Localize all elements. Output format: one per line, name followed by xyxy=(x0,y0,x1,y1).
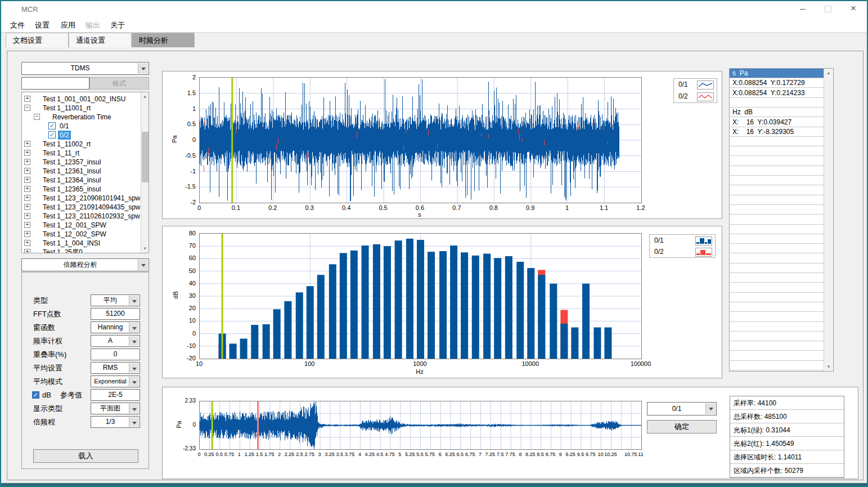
tree-item-label[interactable]: Test 1_12357_insul xyxy=(41,158,102,167)
window-bottom-border xyxy=(1,483,867,487)
tree-item-label[interactable]: Test 1_11_rt xyxy=(41,149,81,158)
tree-row[interactable]: +Test 1_123_210914094435_spw xyxy=(23,203,140,212)
readout-row xyxy=(730,234,824,244)
scroll-up-icon[interactable]: ▲ xyxy=(141,92,149,101)
expand-plus-icon[interactable]: + xyxy=(24,213,30,219)
menu-item-2[interactable]: 设置 xyxy=(32,20,53,31)
tree-item-label[interactable]: Test 1_12361_insul xyxy=(41,167,102,176)
field-select-10[interactable]: 1/3 xyxy=(91,416,140,428)
field-select-3[interactable]: Hanning xyxy=(91,321,140,333)
tree-item-label[interactable]: Test 1_12365_insul xyxy=(41,185,102,194)
overview-plot[interactable] xyxy=(199,401,642,450)
close-button[interactable]: × xyxy=(844,1,863,17)
expand-plus-icon[interactable]: + xyxy=(24,168,30,174)
field-select-9[interactable]: 平面图 xyxy=(91,403,140,414)
tree-row[interactable]: +Test 1_123_211026102932_spw xyxy=(23,212,140,221)
tree-row[interactable]: +Test 1_12364_insul xyxy=(23,176,140,185)
expand-plus-icon[interactable]: + xyxy=(24,159,30,165)
reference-value-input[interactable]: 2E-5 xyxy=(91,389,140,401)
field-input-2[interactable]: 51200 xyxy=(91,308,140,320)
readout-row: X: 16 Y:-8.329305 xyxy=(730,127,824,137)
tree-scrollbar[interactable]: ▲ ▼ xyxy=(141,92,149,253)
tree-row[interactable]: +Test 1_1_004_INSI xyxy=(23,239,140,248)
tree-row[interactable]: +Test 1_12_002_SPW xyxy=(23,230,140,239)
field-input-5[interactable]: 0 xyxy=(91,349,140,360)
scroll-up-icon[interactable]: ▲ xyxy=(824,69,833,77)
maximize-button[interactable] xyxy=(818,1,838,17)
load-button[interactable]: 载入 xyxy=(33,449,138,463)
expand-plus-icon[interactable]: + xyxy=(24,186,30,192)
tree-row[interactable]: ✓0/1 xyxy=(23,122,140,131)
collapse-minus-icon[interactable]: − xyxy=(34,114,40,120)
tab-3[interactable]: 时频分析 xyxy=(132,33,195,47)
format-button[interactable]: 格式 xyxy=(89,77,149,90)
field-select-1[interactable]: 平均 xyxy=(91,294,140,306)
tree-row[interactable]: +Test 1_11_rt xyxy=(23,149,140,158)
db-checkbox[interactable]: ✓ xyxy=(32,391,39,399)
scroll-down-icon[interactable]: ▼ xyxy=(824,363,833,371)
menu-item-4[interactable]: 输出 xyxy=(82,20,104,31)
tree-row[interactable]: +Test 1_001_001_002_INSU xyxy=(23,95,140,104)
y-tick-label: 0 xyxy=(176,136,196,143)
field-label-2: FFT点数 xyxy=(33,308,61,320)
tree-item-label[interactable]: Test 1_25度0 xyxy=(41,248,84,253)
tree-item-label[interactable]: Test 1_001_001_002_INSU xyxy=(41,95,127,104)
collapse-minus-icon[interactable]: − xyxy=(24,105,30,111)
tree-row[interactable]: ✓0/2 xyxy=(23,131,140,140)
expand-plus-icon[interactable]: + xyxy=(24,141,30,147)
expand-plus-icon[interactable]: + xyxy=(24,231,30,237)
tree-row[interactable]: +Test 1_11002_rt xyxy=(23,140,140,149)
tree-item-label[interactable]: Test 1_11001_rt xyxy=(41,104,92,113)
minimize-button[interactable] xyxy=(793,1,812,17)
file-format-select[interactable]: TDMS xyxy=(21,62,149,75)
channel-checkbox[interactable]: ✓ xyxy=(48,131,56,138)
confirm-button[interactable]: 确定 xyxy=(647,420,717,434)
tree-row[interactable]: +Test 1_25度0 xyxy=(23,248,140,253)
tree-row[interactable]: +Test 1_12361_insul xyxy=(23,167,140,176)
tree-item-label[interactable]: Test 1_123_210914094435_spw xyxy=(41,203,140,212)
tree-item-label[interactable]: Reverberation Time xyxy=(51,113,113,122)
tree-item-label[interactable]: Test 1_12_001_SPW xyxy=(41,221,108,230)
menu-item-1[interactable]: 文件 xyxy=(7,20,28,31)
tree-row[interactable]: +Test 1_12357_insul xyxy=(23,158,140,167)
expand-plus-icon[interactable]: + xyxy=(24,240,30,246)
expand-plus-icon[interactable]: + xyxy=(24,96,30,102)
expand-plus-icon[interactable]: + xyxy=(24,150,30,156)
legend-series-name: 0/1 xyxy=(654,236,664,244)
tree-row[interactable]: −Reverberation Time xyxy=(23,113,140,122)
menu-item-5[interactable]: 关于 xyxy=(107,20,128,31)
channel-checkbox[interactable]: ✓ xyxy=(48,122,56,129)
channel-select[interactable]: 0/1 xyxy=(647,402,717,415)
expand-plus-icon[interactable]: + xyxy=(24,177,30,183)
tree-row[interactable]: +Test 1_12365_insul xyxy=(23,185,140,194)
analysis-type-select[interactable]: 倍频程分析 xyxy=(21,258,149,271)
expand-plus-icon[interactable]: + xyxy=(24,195,30,201)
tree-item-label[interactable]: 0/2 xyxy=(58,131,71,140)
spectrum-plot[interactable] xyxy=(199,233,642,359)
menu-item-3[interactable]: 应用 xyxy=(57,20,79,31)
field-select-6[interactable]: RMS xyxy=(91,362,140,374)
tree-row[interactable]: +Test 1_12_001_SPW xyxy=(23,221,140,230)
tree-row[interactable]: +Test 1_123_210908101941_spw xyxy=(23,194,140,203)
readout-scrollbar[interactable]: ▲ ▼ xyxy=(824,69,833,371)
tree-scrollbar-thumb[interactable] xyxy=(142,132,149,182)
filter-input[interactable] xyxy=(21,77,89,90)
x-tick-label: 0.2 xyxy=(262,204,284,211)
expand-plus-icon[interactable]: + xyxy=(24,204,30,210)
tree-item-label[interactable]: Test 1_123_211026102932_spw xyxy=(41,212,140,221)
time-waveform-plot[interactable] xyxy=(199,77,642,203)
tree-item-label[interactable]: 0/1 xyxy=(58,122,71,131)
tree-item-label[interactable]: Test 1_12364_insul xyxy=(41,176,102,185)
tab-2[interactable]: 通道设置 xyxy=(69,33,132,47)
expand-plus-icon[interactable]: + xyxy=(24,249,30,253)
tab-1[interactable]: 文档设置 xyxy=(6,33,69,47)
tree-row[interactable]: −Test 1_11001_rt xyxy=(23,104,140,113)
tree-item-label[interactable]: Test 1_1_004_INSI xyxy=(41,239,102,248)
expand-plus-icon[interactable]: + xyxy=(24,222,30,228)
field-select-4[interactable]: A xyxy=(91,335,140,347)
field-select-7[interactable]: Exponential xyxy=(91,376,140,387)
tree-item-label[interactable]: Test 1_123_210908101941_spw xyxy=(41,194,140,203)
tree-item-label[interactable]: Test 1_12_002_SPW xyxy=(41,230,108,239)
scroll-down-icon[interactable]: ▼ xyxy=(141,244,149,253)
tree-item-label[interactable]: Test 1_11002_rt xyxy=(41,140,92,149)
